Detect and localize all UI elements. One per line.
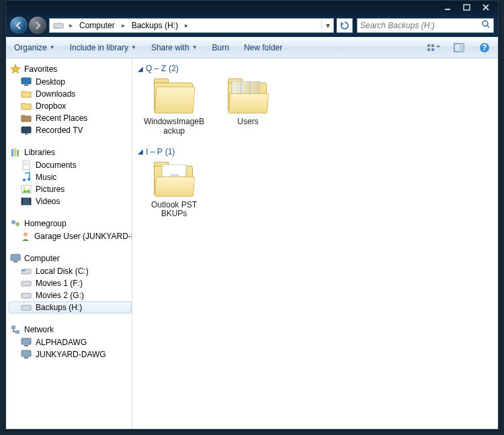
svg-rect-7 [427,48,430,51]
group-items: Outlook PST BKUPs [136,160,494,229]
sidebar-item-videos[interactable]: Videos [9,195,132,207]
folder-icon [153,79,196,115]
libraries-group: Libraries Documents Music Pictures Video… [9,146,132,207]
chevron-right-icon[interactable]: ▸ [67,21,75,29]
toolbar-label: Include in library [70,43,128,52]
favorites-group: Favorites Desktop Downloads Dropbox Rece… [9,62,132,136]
svg-rect-13 [22,78,31,84]
sidebar-item-desktop[interactable]: Desktop [9,76,132,88]
svg-rect-33 [11,254,20,260]
sidebar-item-label: Recorded TV [36,126,83,135]
include-in-library-menu[interactable]: Include in library▼ [67,40,139,55]
collapse-icon[interactable]: ◢ [138,65,143,72]
svg-rect-39 [22,305,31,310]
minimize-button[interactable] [439,2,458,13]
sidebar-item-recorded-tv[interactable]: Recorded TV [9,124,132,136]
sidebar-item-downloads[interactable]: Downloads [9,88,132,100]
sidebar-item-homegroup-user[interactable]: Garage User (JUNKYARD-DAWG) [9,230,132,242]
sidebar-item-label: Movies 2 (G:) [36,291,84,300]
network-header[interactable]: Network [9,323,132,336]
sidebar-item-music[interactable]: Music [9,171,132,183]
libraries-header[interactable]: Libraries [9,146,132,159]
burn-button[interactable]: Burn [210,40,232,55]
chevron-right-icon[interactable]: ▸ [120,21,127,29]
change-view-button[interactable] [425,41,442,54]
sidebar-item-label: Documents [36,160,77,170]
tv-icon [21,125,32,136]
sidebar-item-backups[interactable]: Backups (H:) [9,301,132,313]
sidebar-item-label: Music [36,173,56,182]
drive-icon [21,302,32,313]
collapse-icon[interactable]: ◢ [138,148,143,155]
address-bar[interactable]: ▸ Computer ▸ Backups (H:) ▸ [50,19,321,32]
documents-icon [21,160,32,171]
computer-icon [10,253,21,264]
drive-icon [21,278,32,289]
svg-rect-41 [15,330,19,334]
svg-rect-42 [22,338,31,344]
search-input[interactable] [360,21,481,30]
forward-button[interactable] [29,17,46,34]
sidebar-item-label: Dropbox [36,101,66,111]
svg-rect-36 [22,270,26,271]
desktop-icon [21,77,32,87]
sidebar-item-movies2[interactable]: Movies 2 (G:) [9,289,132,301]
toolbar-label: Burn [212,43,229,52]
sidebar-item-dropbox[interactable]: Dropbox [9,100,132,112]
navigation-pane: Favorites Desktop Downloads Dropbox Rece… [6,58,132,429]
items-view[interactable]: ◢ Q – Z (2) WindowsImageBackup Users ◢ I… [132,58,498,429]
address-history-dropdown[interactable]: ▾ [321,19,333,32]
organize-menu[interactable]: Organize▼ [11,40,58,55]
homegroup-icon [10,218,21,229]
search-icon[interactable] [481,19,491,31]
sidebar-item-label: Desktop [36,77,65,87]
favorites-header[interactable]: Favorites [9,62,132,76]
group-name: Q – Z [146,64,166,73]
svg-rect-28 [22,198,23,205]
search-box[interactable] [357,18,494,33]
svg-point-32 [24,232,28,236]
chevron-right-icon[interactable]: ▸ [183,21,190,29]
new-folder-button[interactable]: New folder [241,40,285,55]
help-button[interactable]: ? [476,41,493,54]
breadcrumb-segment[interactable]: Backups (H:) [128,19,181,32]
svg-rect-6 [431,44,434,47]
svg-rect-34 [13,261,17,262]
back-button[interactable] [10,17,28,34]
titlebar [6,1,498,14]
close-button[interactable] [476,2,495,13]
command-bar: Organize▼ Include in library▼ Share with… [6,37,498,58]
recent-icon [21,113,32,124]
svg-rect-16 [25,134,28,135]
group-header[interactable]: ◢ I – P (1) [136,146,494,160]
refresh-button[interactable] [337,18,353,33]
sidebar-item-pictures[interactable]: Pictures [9,183,132,195]
homegroup-header[interactable]: Homegroup [9,217,132,230]
nav-buttons [10,17,46,34]
group-label: Network [24,325,54,334]
svg-rect-45 [24,357,28,358]
folder-item[interactable]: Outlook PST BKUPs [143,162,205,220]
sidebar-item-label: ALPHADAWG [36,338,87,347]
sidebar-item-recent-places[interactable]: Recent Places [9,112,132,124]
breadcrumb-segment[interactable]: Computer [76,19,118,32]
share-with-menu[interactable]: Share with▼ [149,40,200,55]
sidebar-item-network-pc[interactable]: ALPHADAWG [9,336,132,348]
sidebar-item-documents[interactable]: Documents [9,159,132,171]
svg-rect-38 [22,293,31,298]
group-header[interactable]: ◢ Q – Z (2) [136,62,494,77]
sidebar-item-label: Recent Places [36,113,87,123]
sidebar-item-movies1[interactable]: Movies 1 (F:) [9,277,132,289]
computer-header[interactable]: Computer [9,252,132,265]
svg-rect-27 [22,198,31,205]
folder-item[interactable]: WindowsImageBackup [143,79,205,136]
computer-icon [21,349,32,360]
svg-rect-8 [431,48,434,51]
sidebar-item-local-disk[interactable]: Local Disk (C:) [9,265,132,277]
folder-item[interactable]: Users [217,79,279,136]
sidebar-item-network-pc[interactable]: JUNKYARD-DAWG [9,348,132,360]
svg-point-23 [23,179,26,181]
preview-pane-button[interactable] [451,41,467,54]
svg-rect-10 [460,44,464,52]
maximize-button[interactable] [458,2,476,13]
